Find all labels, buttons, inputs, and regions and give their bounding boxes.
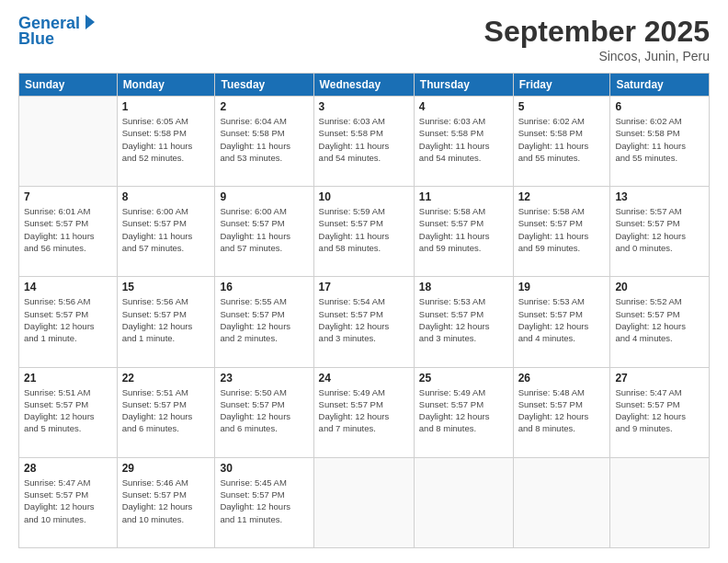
day-info: Sunrise: 6:03 AM Sunset: 5:58 PM Dayligh… — [319, 115, 409, 164]
calendar-cell — [610, 457, 710, 547]
day-info: Sunrise: 6:01 AM Sunset: 5:57 PM Dayligh… — [24, 205, 112, 254]
day-info: Sunrise: 5:48 AM Sunset: 5:57 PM Dayligh… — [518, 386, 606, 435]
calendar-cell: 29Sunrise: 5:46 AM Sunset: 5:57 PM Dayli… — [117, 457, 215, 547]
calendar-week-row: 28Sunrise: 5:47 AM Sunset: 5:57 PM Dayli… — [19, 457, 710, 547]
calendar-cell: 15Sunrise: 5:56 AM Sunset: 5:57 PM Dayli… — [117, 277, 215, 367]
day-number: 17 — [319, 281, 409, 293]
day-number: 30 — [220, 462, 308, 475]
col-saturday: Saturday — [610, 74, 710, 97]
day-info: Sunrise: 6:04 AM Sunset: 5:58 PM Dayligh… — [220, 115, 308, 164]
day-info: Sunrise: 5:47 AM Sunset: 5:57 PM Dayligh… — [615, 386, 704, 435]
day-info: Sunrise: 5:53 AM Sunset: 5:57 PM Dayligh… — [419, 295, 508, 344]
calendar-cell: 7Sunrise: 6:01 AM Sunset: 5:57 PM Daylig… — [19, 187, 118, 277]
day-number: 23 — [220, 372, 308, 385]
day-number: 20 — [615, 281, 704, 293]
calendar-cell: 26Sunrise: 5:48 AM Sunset: 5:57 PM Dayli… — [513, 367, 610, 457]
calendar-cell: 3Sunrise: 6:03 AM Sunset: 5:58 PM Daylig… — [313, 97, 414, 187]
day-info: Sunrise: 6:02 AM Sunset: 5:58 PM Dayligh… — [518, 115, 606, 164]
day-number: 12 — [518, 190, 606, 203]
calendar-cell — [414, 457, 513, 547]
calendar-cell: 24Sunrise: 5:49 AM Sunset: 5:57 PM Dayli… — [313, 367, 414, 457]
calendar-week-row: 7Sunrise: 6:01 AM Sunset: 5:57 PM Daylig… — [19, 187, 710, 277]
day-number: 13 — [615, 190, 704, 203]
calendar-week-row: 1Sunrise: 6:05 AM Sunset: 5:58 PM Daylig… — [19, 97, 710, 187]
day-number: 19 — [518, 281, 606, 293]
calendar-cell: 8Sunrise: 6:00 AM Sunset: 5:57 PM Daylig… — [117, 187, 215, 277]
day-info: Sunrise: 5:52 AM Sunset: 5:57 PM Dayligh… — [615, 295, 704, 344]
calendar-cell: 2Sunrise: 6:04 AM Sunset: 5:58 PM Daylig… — [215, 97, 313, 187]
calendar-cell: 17Sunrise: 5:54 AM Sunset: 5:57 PM Dayli… — [313, 277, 414, 367]
location: Sincos, Junin, Peru — [484, 49, 710, 63]
header: General Blue September 2025 Sincos, Juni… — [18, 15, 710, 63]
calendar-header-row: Sunday Monday Tuesday Wednesday Thursday… — [19, 74, 710, 97]
calendar-week-row: 14Sunrise: 5:56 AM Sunset: 5:57 PM Dayli… — [19, 277, 710, 367]
day-number: 22 — [122, 372, 210, 385]
day-number: 16 — [220, 281, 308, 293]
day-info: Sunrise: 5:58 AM Sunset: 5:57 PM Dayligh… — [419, 205, 508, 254]
day-info: Sunrise: 6:03 AM Sunset: 5:58 PM Dayligh… — [419, 115, 508, 164]
title-block: September 2025 Sincos, Junin, Peru — [484, 15, 710, 63]
day-number: 28 — [24, 462, 112, 475]
day-info: Sunrise: 5:45 AM Sunset: 5:57 PM Dayligh… — [220, 477, 308, 525]
calendar-cell: 10Sunrise: 5:59 AM Sunset: 5:57 PM Dayli… — [313, 187, 414, 277]
col-friday: Friday — [513, 74, 610, 97]
day-number: 7 — [24, 190, 112, 203]
calendar-cell — [19, 97, 118, 187]
col-wednesday: Wednesday — [313, 74, 414, 97]
day-number: 18 — [419, 281, 508, 293]
day-number: 8 — [122, 190, 210, 203]
day-info: Sunrise: 5:55 AM Sunset: 5:57 PM Dayligh… — [220, 295, 308, 344]
day-info: Sunrise: 5:46 AM Sunset: 5:57 PM Dayligh… — [122, 477, 210, 525]
day-number: 21 — [24, 372, 112, 385]
calendar-week-row: 21Sunrise: 5:51 AM Sunset: 5:57 PM Dayli… — [19, 367, 710, 457]
calendar-cell — [513, 457, 610, 547]
day-number: 1 — [122, 100, 210, 113]
calendar-cell: 4Sunrise: 6:03 AM Sunset: 5:58 PM Daylig… — [414, 97, 513, 187]
day-info: Sunrise: 5:54 AM Sunset: 5:57 PM Dayligh… — [319, 295, 409, 344]
day-info: Sunrise: 6:00 AM Sunset: 5:57 PM Dayligh… — [122, 205, 210, 254]
day-number: 6 — [615, 100, 704, 113]
day-info: Sunrise: 5:49 AM Sunset: 5:57 PM Dayligh… — [319, 386, 409, 435]
day-number: 5 — [518, 100, 606, 113]
day-number: 4 — [419, 100, 508, 113]
calendar-cell: 25Sunrise: 5:49 AM Sunset: 5:57 PM Dayli… — [414, 367, 513, 457]
calendar-cell: 23Sunrise: 5:50 AM Sunset: 5:57 PM Dayli… — [215, 367, 313, 457]
col-tuesday: Tuesday — [215, 74, 313, 97]
day-info: Sunrise: 5:49 AM Sunset: 5:57 PM Dayligh… — [419, 386, 508, 435]
calendar-cell: 1Sunrise: 6:05 AM Sunset: 5:58 PM Daylig… — [117, 97, 215, 187]
calendar-cell: 22Sunrise: 5:51 AM Sunset: 5:57 PM Dayli… — [117, 367, 215, 457]
col-monday: Monday — [117, 74, 215, 97]
day-info: Sunrise: 5:47 AM Sunset: 5:57 PM Dayligh… — [24, 477, 112, 525]
day-info: Sunrise: 5:56 AM Sunset: 5:57 PM Dayligh… — [122, 295, 210, 344]
calendar-cell: 30Sunrise: 5:45 AM Sunset: 5:57 PM Dayli… — [215, 457, 313, 547]
day-number: 25 — [419, 372, 508, 385]
page: General Blue September 2025 Sincos, Juni… — [0, 0, 728, 563]
col-sunday: Sunday — [19, 74, 118, 97]
day-info: Sunrise: 5:50 AM Sunset: 5:57 PM Dayligh… — [220, 386, 308, 435]
day-info: Sunrise: 6:00 AM Sunset: 5:57 PM Dayligh… — [220, 205, 308, 254]
day-number: 15 — [122, 281, 210, 293]
day-info: Sunrise: 5:53 AM Sunset: 5:57 PM Dayligh… — [518, 295, 606, 344]
calendar-cell: 5Sunrise: 6:02 AM Sunset: 5:58 PM Daylig… — [513, 97, 610, 187]
calendar-cell: 9Sunrise: 6:00 AM Sunset: 5:57 PM Daylig… — [215, 187, 313, 277]
calendar-cell: 28Sunrise: 5:47 AM Sunset: 5:57 PM Dayli… — [19, 457, 118, 547]
col-thursday: Thursday — [414, 74, 513, 97]
calendar-cell: 11Sunrise: 5:58 AM Sunset: 5:57 PM Dayli… — [414, 187, 513, 277]
day-number: 14 — [24, 281, 112, 293]
day-number: 3 — [319, 100, 409, 113]
calendar-cell: 12Sunrise: 5:58 AM Sunset: 5:57 PM Dayli… — [513, 187, 610, 277]
day-number: 29 — [122, 462, 210, 475]
calendar-cell: 21Sunrise: 5:51 AM Sunset: 5:57 PM Dayli… — [19, 367, 118, 457]
day-info: Sunrise: 6:05 AM Sunset: 5:58 PM Dayligh… — [122, 115, 210, 164]
calendar-cell: 16Sunrise: 5:55 AM Sunset: 5:57 PM Dayli… — [215, 277, 313, 367]
day-info: Sunrise: 5:51 AM Sunset: 5:57 PM Dayligh… — [24, 386, 112, 435]
day-info: Sunrise: 5:59 AM Sunset: 5:57 PM Dayligh… — [319, 205, 409, 254]
calendar-cell: 20Sunrise: 5:52 AM Sunset: 5:57 PM Dayli… — [610, 277, 710, 367]
svg-marker-0 — [85, 15, 95, 29]
day-number: 11 — [419, 190, 508, 203]
calendar-table: Sunday Monday Tuesday Wednesday Thursday… — [18, 73, 710, 548]
calendar-cell: 18Sunrise: 5:53 AM Sunset: 5:57 PM Dayli… — [414, 277, 513, 367]
logo-icon — [82, 13, 98, 31]
calendar-cell — [313, 457, 414, 547]
day-info: Sunrise: 5:57 AM Sunset: 5:57 PM Dayligh… — [615, 205, 704, 254]
